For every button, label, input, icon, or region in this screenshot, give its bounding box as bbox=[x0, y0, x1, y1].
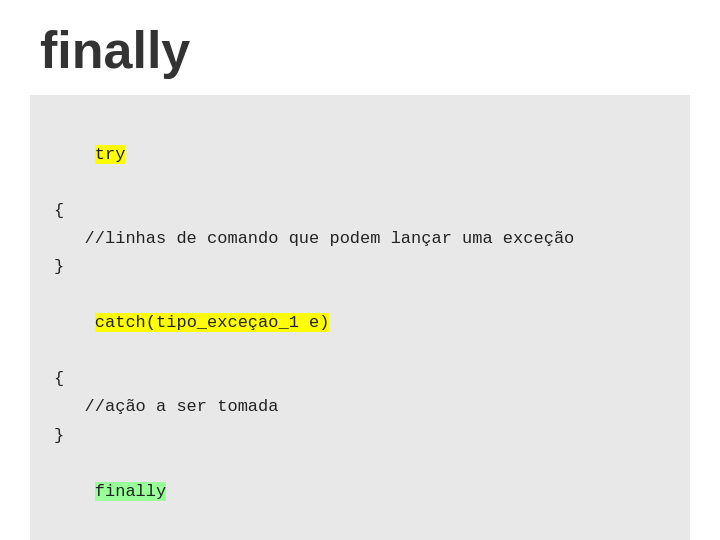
code-line-finally: finally bbox=[54, 450, 666, 534]
code-line-comment1: //linhas de comando que podem lançar uma… bbox=[54, 225, 666, 253]
keyword-finally: finally bbox=[95, 482, 166, 501]
code-line-action1: //ação a ser tomada bbox=[54, 393, 666, 421]
keyword-catch: catch(tipo_exceçao_1 e) bbox=[95, 313, 330, 332]
code-line-open2: { bbox=[54, 365, 666, 393]
code-block: try { //linhas de comando que podem lanç… bbox=[30, 95, 690, 540]
keyword-try: try bbox=[95, 145, 126, 164]
code-line-close1: } bbox=[54, 253, 666, 281]
code-line-catch: catch(tipo_exceçao_1 e) bbox=[54, 281, 666, 365]
code-line-open1: { bbox=[54, 197, 666, 225]
code-line-try: try bbox=[54, 113, 666, 197]
code-line-close2: } bbox=[54, 422, 666, 450]
code-line-open3: { bbox=[54, 534, 666, 540]
page-title: finally bbox=[0, 0, 720, 95]
